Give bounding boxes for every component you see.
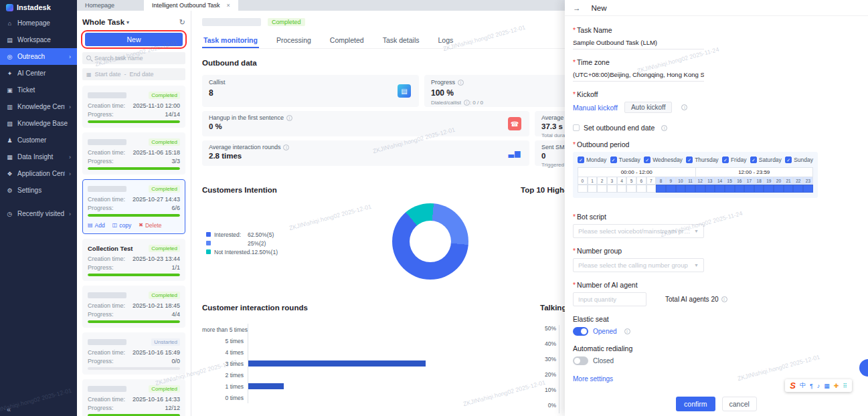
punctuation-icon[interactable]: ¶ (810, 383, 813, 389)
weekday-checkbox-friday[interactable]: ✓Friday (722, 157, 747, 163)
hour-cell[interactable]: 16 (735, 177, 745, 185)
number-group-select[interactable]: Please select the calling number group ▼ (573, 258, 704, 272)
checkbox-icon[interactable] (573, 124, 580, 131)
hour-cell[interactable]: 2 (597, 177, 607, 185)
skin-icon[interactable]: ⠿ (843, 383, 847, 389)
cancel-button[interactable]: cancel (722, 397, 757, 411)
hour-cell[interactable]: 9 (666, 177, 676, 185)
toolbox-icon[interactable]: ✚ (834, 383, 839, 389)
task-card[interactable]: CompletedCreation time:2025-11-10 12:00P… (82, 86, 185, 128)
virtual-keyboard-icon[interactable]: ▦ (824, 383, 830, 389)
hour-cell[interactable]: 13 (705, 177, 715, 185)
close-tab-icon[interactable]: × (226, 2, 230, 9)
delete-button[interactable]: ✖Delete (139, 222, 161, 229)
sidebar-item-knowledge-base[interactable]: ▧Knowledge Base (0, 115, 77, 132)
hour-selection-cell[interactable] (754, 185, 764, 193)
weekday-checkbox-sunday[interactable]: ✓Sunday (785, 157, 813, 163)
end-date-placeholder[interactable]: End date (130, 71, 154, 78)
weekday-checkbox-wednesday[interactable]: ✓Wednesday (644, 157, 683, 163)
task-card[interactable]: UnstartedCreation time:2025-10-16 15:49P… (82, 332, 185, 375)
collapse-drawer-icon[interactable]: → (573, 4, 581, 12)
hour-cell[interactable]: 22 (793, 177, 803, 185)
confirm-button[interactable]: confirm (676, 397, 715, 411)
chevron-down-icon[interactable]: ▾ (126, 19, 129, 25)
hour-cell[interactable]: 14 (715, 177, 725, 185)
task-name-input[interactable] (573, 37, 704, 49)
hour-cell[interactable]: 4 (617, 177, 627, 185)
hour-cell[interactable]: 7 (646, 177, 657, 185)
auto-redial-toggle[interactable] (573, 356, 588, 365)
ai-agent-quantity-input[interactable] (573, 292, 646, 306)
set-end-date-checkbox[interactable]: Set outbound end date (573, 124, 860, 132)
hour-selection-cell[interactable] (578, 185, 588, 193)
date-range-filter[interactable]: ▦ Start date - End date (82, 68, 185, 80)
sidebar-item-settings[interactable]: ⚙Settings (0, 182, 77, 199)
sogou-logo-icon[interactable]: S (790, 381, 796, 391)
hour-cell[interactable]: 20 (774, 177, 784, 185)
task-card[interactable]: CompletedCreation time:2025-10-21 18:45P… (82, 286, 185, 328)
sidebar-collapse-button[interactable]: « (7, 405, 11, 413)
hour-cell[interactable]: 10 (676, 177, 686, 185)
hour-selection-cell[interactable] (764, 185, 774, 193)
more-settings-link[interactable]: More settings (573, 375, 613, 383)
hour-selection-cell[interactable] (793, 185, 803, 193)
hour-selection-cell[interactable] (725, 185, 735, 193)
tab-logs[interactable]: Logs (437, 33, 455, 48)
tab-completed[interactable]: Completed (329, 33, 365, 48)
hour-selection-cell[interactable] (744, 185, 754, 193)
sidebar-item-customer[interactable]: ♟Customer (0, 132, 77, 148)
hour-cell[interactable]: 6 (636, 177, 646, 185)
refresh-icon[interactable]: ↻ (179, 18, 185, 27)
hour-cell[interactable]: 23 (803, 177, 813, 185)
new-task-button[interactable]: New (85, 33, 183, 46)
bot-script-select[interactable]: Please select voicebot/mainstream proces… (573, 224, 704, 238)
tab-homepage[interactable]: Homepage (77, 0, 144, 11)
hour-selection-cell[interactable] (626, 185, 636, 193)
task-filter-title[interactable]: Whole Task (82, 18, 124, 26)
hour-selection-cell[interactable] (784, 185, 794, 193)
hour-selection-cell[interactable] (803, 185, 813, 193)
sidebar-item-knowledge-center[interactable]: ▥Knowledge Center› (0, 98, 77, 115)
hour-selection-cell[interactable] (666, 185, 676, 193)
hour-selection-cell[interactable] (607, 185, 617, 193)
hour-selection-cell[interactable] (617, 185, 627, 193)
hour-cell[interactable]: 19 (764, 177, 774, 185)
hour-selection-cell[interactable] (588, 185, 598, 193)
weekday-checkbox-monday[interactable]: ✓Monday (578, 157, 606, 163)
task-card[interactable]: CompletedCreation time:2025-10-16 14:33P… (82, 379, 185, 416)
hour-selection-cell[interactable] (636, 185, 646, 193)
tab-processing[interactable]: Processing (275, 33, 313, 48)
start-date-placeholder[interactable]: Start date (95, 71, 121, 78)
task-card[interactable]: Collection TestCompletedCreation time:20… (82, 239, 185, 281)
sidebar-item-ai-center[interactable]: ✦AI Center (0, 65, 77, 82)
sidebar-item-workspace[interactable]: ▤Workspace (0, 31, 77, 48)
voice-input-icon[interactable]: ♪ (817, 383, 820, 389)
auto-kickoff-option[interactable]: Auto kickoff (624, 102, 673, 113)
tab-task-monitoring[interactable]: Task monitoring (202, 33, 259, 48)
weekday-checkbox-saturday[interactable]: ✓Saturday (750, 157, 782, 163)
hour-cell[interactable]: 0 (578, 177, 588, 185)
hour-selection-cell[interactable] (774, 185, 784, 193)
hour-cell[interactable]: 15 (725, 177, 735, 185)
hour-cell[interactable]: 11 (685, 177, 695, 185)
hour-selection-cell[interactable] (646, 185, 657, 193)
hour-cell[interactable]: 5 (626, 177, 636, 185)
manual-kickoff-option[interactable]: Manual kickoff (573, 104, 618, 112)
chinese-mode-icon[interactable]: 中 (800, 381, 806, 390)
time-zone-input[interactable] (573, 70, 704, 82)
sidebar-item-homepage[interactable]: ⌂Homepage (0, 15, 77, 31)
search-task-input[interactable] (82, 52, 185, 64)
copy-button[interactable]: ◫copy (112, 222, 132, 229)
hour-selection-cell[interactable] (597, 185, 607, 193)
hour-selection-cell[interactable] (656, 185, 666, 193)
hour-cell[interactable]: 8 (656, 177, 666, 185)
task-card[interactable]: CompletedCreation time:2025-11-06 15:18P… (82, 132, 185, 175)
sidebar-item-recently-visited[interactable]: ◷Recently visited› (0, 205, 77, 222)
hour-cell[interactable]: 12 (695, 177, 705, 185)
sidebar-item-ticket[interactable]: ▣Ticket (0, 82, 77, 98)
sidebar-item-application-center[interactable]: ❖Application Center› (0, 165, 77, 182)
elastic-seat-toggle[interactable] (573, 327, 588, 336)
task-card[interactable]: CompletedCreation time:2025-10-27 14:43P… (82, 179, 185, 234)
sidebar-item-data-insight[interactable]: ▦Data Insight› (0, 148, 77, 165)
hour-cell[interactable]: 18 (754, 177, 764, 185)
